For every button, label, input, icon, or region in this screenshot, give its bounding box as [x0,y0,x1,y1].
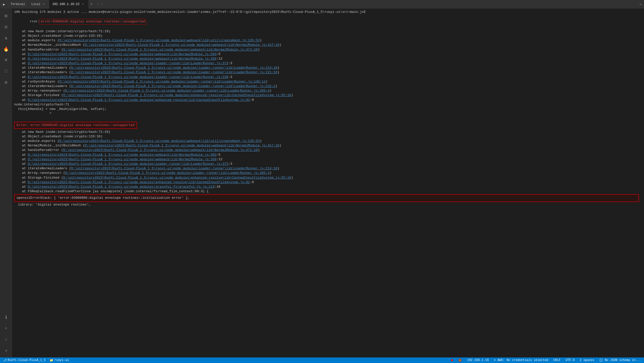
tab-ssh-label: 192.168.1.16:22 [52,3,80,6]
node-crypto-line: node:internal/crypto/hash:71 [14,102,639,107]
link-loaderrunner-373[interactable]: D:\gitrepository2023\RuoYi-Cloud-PlusA_1… [28,61,228,65]
stack-line-5: at handleParseError (D:\gitrepository202… [14,48,639,52]
tab-nav-left[interactable]: ‹ [96,2,99,7]
stack-line-7: at D:\gitrepository2023\RuoYi-Cloud-Plus… [14,57,639,61]
activity-icon-sftp[interactable]: ⇅ [1,33,11,43]
tab-local[interactable]: Local × [28,0,49,9]
second-error-box: Error: error:0308010C:digital envelope r… [14,122,137,129]
status-ip-label: 192.168.1.16 [467,358,489,362]
status-utf8[interactable]: UTF-8 [565,357,576,363]
activity-icon-panels[interactable]: ⊞ [1,11,11,21]
link-loaderrunner-214[interactable]: D:\gitrepository2023\RuoYi-Cloud-PlusA_1… [71,66,277,70]
activity-bar: ⊞ ⊟ ⇅ 🔥 ⌘ □ ⚙ ℹ ⚡ ♪ ↗ [0,9,12,357]
build-line: 10% building 2/5 modules 3 active ... mo… [14,10,639,14]
title-bar-left: ▶ Terminal Local × 192.168.1.16:22 × + ‹… [2,0,105,9]
title-bar-settings-icon[interactable]: ⋯ [639,2,642,7]
status-folder-label: ruoyi-ui [54,358,69,362]
status-project-label: RuoYi-Cloud-PlusA_1_5 [8,358,46,362]
tab-terminal-label: Terminal [11,3,25,6]
stack2-line-11: at Storage.finished (D:\gitrepository202… [14,176,639,180]
title-bar: ▶ Terminal Local × 192.168.1.16:22 × + ‹… [0,0,644,9]
tab-nav-right[interactable]: › [100,2,104,7]
tab-local-label: Local [31,3,41,6]
stack-line-15: at Storage.finished (D:\gitrepository202… [14,93,639,98]
stack-line-6: at D:\gitrepository2023\RuoYi-Cloud-Plus… [14,52,639,57]
tab-add-button[interactable]: + [88,0,95,9]
status-aws[interactable]: ≡ AWS: No credentials selected [493,357,549,363]
status-no-notify[interactable]: 🔕 [457,357,463,363]
status-spaces-label: 2 spaces [580,358,594,362]
activity-icon-settings2[interactable]: ⚙ [1,77,11,87]
scrollbar-track[interactable] [641,9,644,357]
link-loaderrunner-130[interactable]: D:\gitrepository2023\RuoYi-Cloud-PlusA_1… [59,80,265,84]
link-createHash[interactable]: D:\gitrepository2023\RuoYi-Cloud-PlusA_1… [59,38,260,42]
link2-loaderrunner-373[interactable]: D:\gitrepository2023\RuoYi-Cloud-PlusA_1… [28,162,228,166]
link-cachedfs-91[interactable]: D:\gitrepository2023\RuoYi-Cloud-PlusA_1… [28,98,250,102]
terminal-content[interactable]: 10% building 2/5 modules 3 active ... mo… [12,9,641,357]
stack2-line-8: at D:\gitrepository2023\RuoYi-Cloud-Plus… [14,162,639,166]
activity-icon-fire[interactable]: 🔥 [1,44,11,54]
library-line: library: 'digital envelope routines', [14,203,639,207]
activity-icon-monitor[interactable]: □ [1,66,11,76]
stack2-line-9: at iterateNormalLoaders (D:\gitrepositor… [14,166,639,171]
stack-line-8: at D:\gitrepository2023\RuoYi-Cloud-Plus… [14,61,639,66]
status-project[interactable]: ⎇ RuoYi-Cloud-PlusA_1_5 [2,357,47,363]
main-layout: ⊞ ⊟ ⇅ 🔥 ⌘ □ ⚙ ℹ ⚡ ♪ ↗ 10% building 2/5 m… [0,9,644,357]
link2-normalmodule-471[interactable]: D:\gitrepository2023\RuoYi-Cloud-PlusA_1… [63,148,258,152]
activity-icon-agent[interactable]: ⚡ [1,323,11,333]
status-ip[interactable]: 192.168.1.16 [466,357,490,363]
status-utf8-label: UTF-8 [566,358,575,362]
error-indicator-dot [451,359,453,361]
activity-icon-link[interactable]: ↗ [1,345,11,355]
node-crypto-caret: ^ [14,111,639,116]
window-icon: ▶ [2,2,6,6]
stack2-line-5: at handleParseError (D:\gitrepository202… [14,148,639,152]
link2-loaderrunner-214[interactable]: D:\gitrepository2023\RuoYi-Cloud-PlusA_1… [71,167,277,170]
activity-icon-info[interactable]: ℹ [1,312,11,322]
activity-icon-tiktok[interactable]: ♪ [1,334,11,344]
link2-graceful-fs[interactable]: D:\gitrepository2023\RuoYi-Cloud-PlusA_1… [28,185,215,189]
link2-createHash[interactable]: D:\gitrepository2023\RuoYi-Cloud-PlusA_1… [59,139,260,143]
link-loaderrunner-232[interactable]: D:\gitrepository2023\RuoYi-Cloud-PlusA_1… [71,84,275,88]
status-crlf[interactable]: CRLF [552,357,562,363]
link2-normalmodule-417[interactable]: D:\gitrepository2023\RuoYi-Cloud-PlusA_1… [85,144,279,147]
tab-ssh[interactable]: 192.168.1.16:22 × [49,0,88,9]
tab-terminal[interactable]: Terminal [8,0,28,9]
activity-icon-remote[interactable]: ⌘ [1,55,11,65]
stack-line-9: at iterateNormalLoaders (D:\gitrepositor… [14,66,639,70]
stack-line-12: at runSyncOrAsync (D:\gitrepository2023\… [14,79,639,84]
link2-normalmodule-358[interactable]: D:\gitrepository2023\RuoYi-Cloud-PlusA_1… [28,157,217,161]
link-normalmodule-471[interactable]: D:\gitrepository2023\RuoYi-Cloud-PlusA_1… [63,48,258,52]
link-loaderrunner-205[interactable]: D:\gitrepository2023\RuoYi-Cloud-PlusA_1… [65,89,269,93]
stack2-line-12: at D:\gitrepository2023\RuoYi-Cloud-Plus… [14,180,639,185]
status-json-schema[interactable]: {} No JSON schema in... [598,357,642,363]
no-notify-icon: 🔕 [458,358,462,362]
status-crlf-label: CRLF [553,358,561,362]
link-normalmodule-417[interactable]: D:\gitrepository2023\RuoYi-Cloud-PlusA_1… [85,43,279,47]
status-aws-label: ≡ AWS: No credentials selected [494,358,548,362]
tab-nav-buttons: ‹ › [95,2,105,7]
link-normalmodule-503[interactable]: D:\gitrepository2023\RuoYi-Cloud-PlusA_1… [28,52,217,56]
status-error-dot[interactable] [450,357,454,363]
activity-icon-split[interactable]: ⊟ [1,22,11,32]
branch-icon: ⎇ [3,358,7,362]
status-bar-left: ⎇ RuoYi-Cloud-PlusA_1_5 📁 ruoyi-ui [2,357,70,363]
link2-cachedfs-91[interactable]: D:\gitrepository2023\RuoYi-Cloud-PlusA_1… [28,180,250,184]
link2-loaderrunner-205[interactable]: D:\gitrepository2023\RuoYi-Cloud-PlusA_1… [65,171,269,175]
stack-line-11: at D:\gitrepository2023\RuoYi-Cloud-Plus… [14,75,639,79]
status-folder[interactable]: 📁 ruoyi-ui [49,357,70,363]
link2-cachedfs-55[interactable]: D:\gitrepository2023\RuoYi-Cloud-PlusA_1… [63,176,291,180]
status-json-schema-label: {} No JSON schema in... [599,358,641,362]
status-bar: ⎇ RuoYi-Cloud-PlusA_1_5 📁 ruoyi-ui 🔕 192… [0,357,644,363]
status-spaces[interactable]: 2 spaces [579,357,595,363]
tab-local-close[interactable]: × [42,2,46,6]
link-loaderrunner-221[interactable]: D:\gitrepository2023\RuoYi-Cloud-PlusA_1… [71,70,277,74]
stack2-line-10: at Array.<anonymous> (D:\gitrepository20… [14,171,639,175]
link-normalmodule-358[interactable]: D:\gitrepository2023\RuoYi-Cloud-PlusA_1… [28,57,217,61]
tab-ssh-close[interactable]: × [81,2,85,6]
stack2-line-2: at Object.createHash (node:crypto:133:10… [14,134,639,139]
link-loaderrunner-236[interactable]: D:\gitrepository2023\RuoYi-Cloud-PlusA_1… [28,75,228,79]
link-cachedfs-55[interactable]: D:\gitrepository2023\RuoYi-Cloud-PlusA_1… [63,93,291,97]
link2-normalmodule-503[interactable]: D:\gitrepository2023\RuoYi-Cloud-PlusA_1… [28,153,217,157]
stack2-line-3: at module.exports (D:\gitrepository2023\… [14,139,639,143]
